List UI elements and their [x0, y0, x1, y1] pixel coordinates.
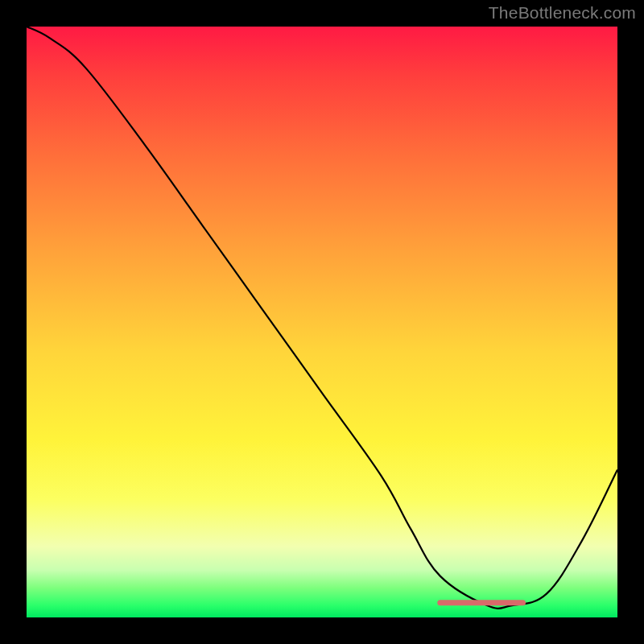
watermark-label: TheBottleneck.com [489, 3, 636, 23]
bottleneck-curve [27, 27, 617, 617]
chart-frame: TheBottleneck.com [0, 0, 644, 644]
curve-path [27, 27, 617, 609]
plot-area [27, 27, 617, 617]
